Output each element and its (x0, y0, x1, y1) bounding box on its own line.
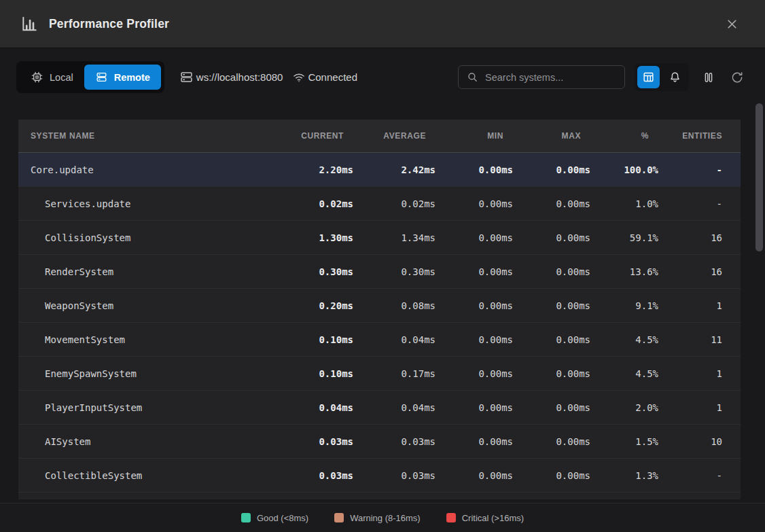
vertical-scrollbar-thumb[interactable] (755, 103, 763, 251)
column-header-min[interactable]: Min (435, 131, 513, 141)
column-header-current[interactable]: Current (272, 131, 353, 141)
page-title: Performance Profiler (49, 17, 169, 31)
min-cell: 0.00ms (435, 470, 513, 481)
refresh-button[interactable] (727, 67, 747, 88)
system-name-cell: Services.update (18, 198, 272, 209)
local-mode-button[interactable]: Local (20, 65, 84, 90)
search-input[interactable] (485, 72, 616, 83)
percent-cell: 4.5% (590, 368, 658, 379)
partial-row (18, 493, 741, 499)
entities-cell: 10 (658, 436, 741, 447)
entities-cell: 1 (658, 300, 741, 311)
system-name-cell: Core.update (18, 164, 272, 175)
pause-button[interactable] (698, 67, 719, 88)
current-cell: 0.10ms (272, 334, 353, 345)
close-icon (725, 17, 739, 31)
average-cell: 0.17ms (353, 368, 435, 379)
pause-icon (702, 71, 715, 84)
current-cell: 0.03ms (272, 470, 353, 481)
alerts-button[interactable] (664, 66, 686, 88)
percent-cell: 13.6% (590, 266, 658, 277)
table-row[interactable]: Core.update 2.20ms 2.42ms 0.00ms 0.00ms … (18, 153, 741, 187)
min-cell: 0.00ms (435, 198, 513, 209)
current-cell: 0.30ms (272, 266, 353, 277)
max-cell: 0.00ms (513, 402, 590, 413)
max-cell: 0.00ms (513, 368, 590, 379)
system-name-cell: WeaponSystem (18, 300, 272, 311)
table-row[interactable]: CollisionSystem 1.30ms 1.34ms 0.00ms 0.0… (18, 221, 741, 255)
min-cell: 0.00ms (435, 266, 513, 277)
good-label: Good (<8ms) (257, 513, 308, 523)
mode-toggle: Local Remote (16, 61, 164, 93)
average-cell: 0.08ms (353, 300, 435, 311)
percent-cell: 100.0% (590, 164, 658, 175)
websocket-url: ws://localhost:8080 (196, 71, 283, 83)
table-row[interactable]: CollectibleSystem 0.03ms 0.03ms 0.00ms 0… (18, 459, 741, 493)
average-cell: 0.04ms (353, 402, 435, 413)
entities-cell: - (658, 198, 741, 209)
max-cell: 0.00ms (513, 436, 590, 447)
legend-item-warning: Warning (8-16ms) (334, 513, 421, 523)
current-cell: 0.10ms (272, 368, 353, 379)
window-titlebar: Performance Profiler (0, 0, 765, 48)
max-cell: 0.00ms (513, 198, 590, 209)
entities-cell: - (658, 164, 741, 175)
search-box (458, 65, 625, 89)
max-cell: 0.00ms (513, 470, 590, 481)
system-name-cell: MovementSystem (18, 334, 272, 345)
search-icon (467, 71, 478, 83)
critical-swatch (446, 513, 456, 522)
max-cell: 0.00ms (513, 164, 590, 175)
average-cell: 1.34ms (353, 232, 435, 243)
min-cell: 0.00ms (435, 368, 513, 379)
entities-cell: 16 (658, 266, 741, 277)
legend-footer: Good (<8ms) Warning (8-16ms) Critical (>… (0, 503, 765, 532)
percent-cell: 1.5% (590, 436, 658, 447)
legend-item-critical: Critical (>16ms) (446, 513, 524, 523)
column-header-percent[interactable]: % (590, 131, 658, 141)
column-header-max[interactable]: Max (513, 131, 590, 141)
column-header-entities[interactable]: Entities (658, 131, 741, 141)
refresh-icon (730, 71, 744, 84)
table-icon (642, 71, 655, 84)
close-button[interactable] (721, 13, 743, 35)
percent-cell: 4.5% (590, 334, 658, 345)
warning-swatch (334, 513, 344, 522)
average-cell: 0.02ms (353, 198, 435, 209)
table-row[interactable]: EnemySpawnSystem 0.10ms 0.17ms 0.00ms 0.… (18, 357, 741, 391)
view-controls (635, 63, 689, 91)
max-cell: 0.00ms (513, 334, 590, 345)
entities-cell: 1 (658, 368, 741, 379)
table-row[interactable]: WeaponSystem 0.20ms 0.08ms 0.00ms 0.00ms… (18, 289, 741, 323)
system-name-cell: CollectibleSystem (18, 470, 272, 481)
column-header-system-name[interactable]: System Name (18, 131, 272, 141)
average-cell: 0.04ms (353, 334, 435, 345)
table-row[interactable]: Services.update 0.02ms 0.02ms 0.00ms 0.0… (18, 187, 741, 221)
current-cell: 0.20ms (272, 300, 353, 311)
table-body: Core.update 2.20ms 2.42ms 0.00ms 0.00ms … (18, 153, 741, 499)
entities-cell: 11 (658, 334, 741, 345)
server-icon (179, 70, 194, 84)
cpu-icon (31, 71, 43, 84)
percent-cell: 2.0% (590, 402, 658, 413)
warning-label: Warning (8-16ms) (350, 513, 421, 523)
performance-profiler-window: Performance Profiler Local (0, 0, 765, 532)
remote-mode-button[interactable]: Remote (84, 65, 161, 90)
system-name-cell: EnemySpawnSystem (18, 368, 272, 379)
current-cell: 0.03ms (272, 436, 353, 447)
min-cell: 0.00ms (435, 232, 513, 243)
average-cell: 0.30ms (353, 266, 435, 277)
table-row[interactable]: PlayerInputSystem 0.04ms 0.04ms 0.00ms 0… (18, 391, 741, 425)
system-name-cell: PlayerInputSystem (18, 402, 272, 413)
table-row[interactable]: AISystem 0.03ms 0.03ms 0.00ms 0.00ms 1.5… (18, 425, 741, 459)
system-name-cell: CollisionSystem (18, 232, 272, 243)
table-view-button[interactable] (637, 66, 660, 88)
system-name-cell: RenderSystem (18, 266, 272, 277)
column-header-average[interactable]: Average (353, 131, 435, 141)
percent-cell: 1.0% (590, 198, 658, 209)
critical-label: Critical (>16ms) (462, 513, 524, 523)
table-row[interactable]: MovementSystem 0.10ms 0.04ms 0.00ms 0.00… (18, 323, 741, 357)
table-row[interactable]: RenderSystem 0.30ms 0.30ms 0.00ms 0.00ms… (18, 255, 741, 289)
current-cell: 0.02ms (272, 198, 353, 209)
entities-cell: - (658, 470, 741, 481)
